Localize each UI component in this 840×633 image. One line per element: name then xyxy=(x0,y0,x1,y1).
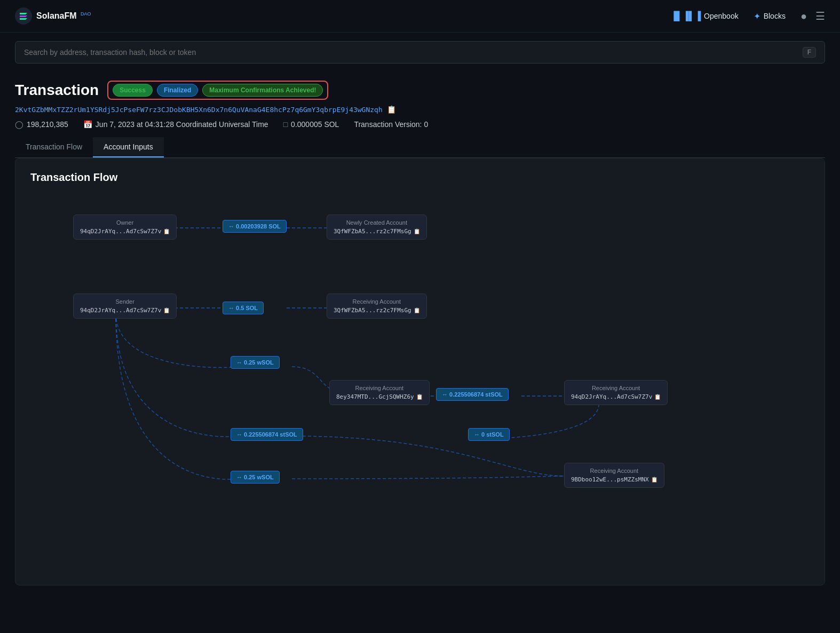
transfer-t7: ↔ 0.25 wSOL xyxy=(231,471,280,484)
node-receiving1-label: Receiving Account xyxy=(334,298,420,305)
tx-version-value: Transaction Version: 0 xyxy=(354,120,428,129)
node-owner-label: Owner xyxy=(80,219,170,226)
tx-meta-row: ◯ 198,210,385 📅 Jun 7, 2023 at 04:31:28 … xyxy=(15,120,825,129)
receiving3-copy-icon[interactable]: 📋 xyxy=(654,394,661,400)
header-nav: ▐▌▐▌▐ Openbook ✦ Blocks ● ☰ xyxy=(670,10,825,22)
node-newly-created: Newly Created Account 3QfWFZbA5...rz2c7F… xyxy=(327,215,427,240)
tx-hash[interactable]: 2KvtGZbMMxTZZ2rUm1YSRdj5JcPseFW7rz3CJDob… xyxy=(15,106,383,114)
transfer-t4: ↔ 0.225506874 stSOL xyxy=(436,388,509,401)
flow-title: Transaction Flow xyxy=(30,171,810,184)
node-sender-address: 94qD2JrAYq...Ad7cSw7Z7v 📋 xyxy=(80,307,170,314)
transaction-section: Transaction Success Finalized Maximum Co… xyxy=(0,72,840,594)
nav-blocks[interactable]: ✦ Blocks xyxy=(754,11,786,21)
transfer-t6: ↔ 0 stSOL xyxy=(468,428,510,441)
search-input[interactable] xyxy=(24,48,803,57)
logo[interactable]: SolanaFM DAO xyxy=(15,7,91,25)
newly-created-copy-icon[interactable]: 📋 xyxy=(414,228,420,234)
flow-panel: Transaction Flow xyxy=(15,158,825,585)
search-shortcut-badge: F xyxy=(803,47,816,58)
tx-block: ◯ 198,210,385 xyxy=(15,120,68,129)
header: SolanaFM DAO ▐▌▐▌▐ Openbook ✦ Blocks ● ☰ xyxy=(0,0,840,33)
confirmations-badge: Maximum Confirmations Achieved! xyxy=(202,84,323,97)
logo-sub: DAO xyxy=(81,11,91,17)
tx-date-value: Jun 7, 2023 at 04:31:28 Coordinated Univ… xyxy=(96,120,268,129)
receiving4-copy-icon[interactable]: 📋 xyxy=(651,477,657,482)
tx-title-row: Transaction Success Finalized Maximum Co… xyxy=(15,81,825,100)
receiving1-copy-icon[interactable]: 📋 xyxy=(414,307,420,313)
node-receiving4: Receiving Account 9BDboo12wE...psMZZsMNX… xyxy=(564,463,664,488)
node-receiving3: Receiving Account 94qD2JrAYq...Ad7cSw7Z7… xyxy=(564,380,668,405)
menu-icon[interactable]: ☰ xyxy=(815,10,825,22)
tx-title: Transaction xyxy=(15,82,99,99)
nav-openbook[interactable]: ▐▌▐▌▐ Openbook xyxy=(670,11,738,21)
header-icons: ● ☰ xyxy=(801,10,825,22)
node-newly-created-label: Newly Created Account xyxy=(334,219,420,226)
transfer-t5: ↔ 0.225506874 stSOL xyxy=(231,428,303,441)
receiving2-copy-icon[interactable]: 📋 xyxy=(416,394,423,400)
success-badge: Success xyxy=(113,84,153,97)
block-icon: ◯ xyxy=(15,120,23,129)
node-receiving2: Receiving Account 8ey347MTD...GcjSQWHZ6y… xyxy=(329,380,430,405)
tx-version: Transaction Version: 0 xyxy=(354,120,428,129)
node-sender-label: Sender xyxy=(80,298,170,305)
badge-group: Success Finalized Maximum Confirmations … xyxy=(107,81,328,100)
tx-hash-row: 2KvtGZbMMxTZZ2rUm1YSRdj5JcPseFW7rz3CJDob… xyxy=(15,105,825,114)
node-receiving4-label: Receiving Account xyxy=(571,468,657,474)
node-receiving2-address: 8ey347MTD...GcjSQWHZ6y 📋 xyxy=(336,393,423,400)
nav-openbook-label: Openbook xyxy=(704,12,739,20)
node-receiving1: Receiving Account 3QfWFZbA5...rz2c7FMsGg… xyxy=(327,294,427,319)
user-icon[interactable]: ● xyxy=(801,10,807,22)
blocks-icon: ✦ xyxy=(754,11,760,21)
flow-diagram: Owner 94qD2JrAYq...Ad7cSw7Z7v 📋 ↔ 0.0020… xyxy=(30,199,810,572)
logo-text: SolanaFM xyxy=(36,11,77,20)
transfer-t2: ↔ 0.5 SOL xyxy=(223,302,264,314)
node-owner-address: 94qD2JrAYq...Ad7cSw7Z7v 📋 xyxy=(80,228,170,235)
fee-icon: □ xyxy=(283,120,288,129)
tabs-row: Transaction Flow Account Inputs xyxy=(15,137,825,158)
tab-transaction-flow[interactable]: Transaction Flow xyxy=(15,137,93,157)
finalized-badge: Finalized xyxy=(157,84,198,97)
node-owner: Owner 94qD2JrAYq...Ad7cSw7Z7v 📋 xyxy=(73,215,177,240)
node-receiving3-address: 94qD2JrAYq...Ad7cSw7Z7v 📋 xyxy=(571,393,661,400)
transfer-t1: ↔ 0.00203928 SOL xyxy=(223,220,287,233)
search-bar: F xyxy=(15,41,825,64)
node-receiving4-address: 9BDboo12wE...psMZZsMNX 📋 xyxy=(571,476,657,483)
tx-fee: □ 0.000005 SOL xyxy=(283,120,339,129)
tab-account-inputs[interactable]: Account Inputs xyxy=(93,137,164,157)
owner-copy-icon[interactable]: 📋 xyxy=(163,228,170,234)
transfer-t3: ↔ 0.25 wSOL xyxy=(231,356,280,369)
nav-blocks-label: Blocks xyxy=(764,12,786,20)
openbook-icon: ▐▌▐▌▐ xyxy=(670,11,701,21)
node-sender: Sender 94qD2JrAYq...Ad7cSw7Z7v 📋 xyxy=(73,294,177,319)
tx-date: 📅 Jun 7, 2023 at 04:31:28 Coordinated Un… xyxy=(83,120,268,129)
copy-hash-icon[interactable]: 📋 xyxy=(387,105,396,114)
sender-copy-icon[interactable]: 📋 xyxy=(163,307,170,313)
node-receiving1-address: 3QfWFZbA5...rz2c7FMsGg 📋 xyxy=(334,307,420,314)
node-receiving2-label: Receiving Account xyxy=(336,385,423,391)
node-newly-created-address: 3QfWFZbA5...rz2c7FMsGg 📋 xyxy=(334,228,420,235)
search-bar-wrapper: F xyxy=(0,33,840,72)
node-receiving3-label: Receiving Account xyxy=(571,385,661,391)
calendar-icon: 📅 xyxy=(83,120,92,129)
tx-fee-value: 0.000005 SOL xyxy=(291,120,339,129)
tx-block-value: 198,210,385 xyxy=(27,120,68,129)
solana-logo-icon xyxy=(15,7,32,25)
